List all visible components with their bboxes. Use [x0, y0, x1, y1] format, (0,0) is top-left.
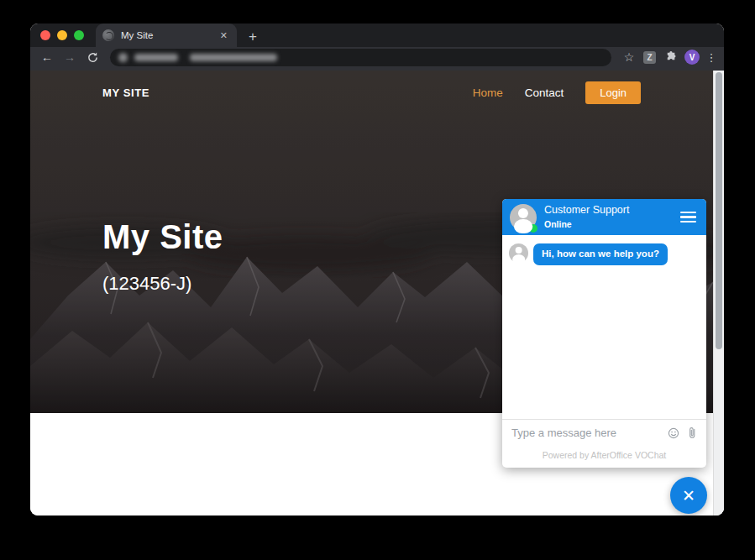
- zoom-window-button[interactable]: [74, 30, 84, 40]
- agent-name: Customer Support: [544, 204, 673, 217]
- tab-strip: My Site ✕ +: [30, 24, 724, 47]
- chat-message-list: Hi, how can we help you?: [502, 235, 706, 419]
- redacted-url-text: [190, 54, 277, 61]
- nav-link-contact[interactable]: Contact: [525, 86, 564, 99]
- tab-favicon-icon: [102, 29, 114, 41]
- window-controls: [30, 24, 94, 47]
- forward-icon[interactable]: →: [61, 51, 78, 63]
- agent-status: Online: [544, 219, 673, 230]
- chat-close-button[interactable]: ✕: [670, 477, 707, 514]
- browser-tab[interactable]: My Site ✕: [96, 24, 237, 47]
- chat-message-row: Hi, how can we help you?: [509, 243, 700, 265]
- chat-header: Customer Support Online: [502, 199, 706, 235]
- chat-powered-by[interactable]: Powered by AfterOffice VOChat: [502, 446, 706, 468]
- site-logo[interactable]: MY SITE: [102, 86, 149, 99]
- online-status-dot: [529, 224, 537, 233]
- browser-toolbar: ← → ☆ Z V ⋮: [30, 47, 724, 71]
- nav-link-home[interactable]: Home: [473, 86, 503, 99]
- profile-avatar[interactable]: V: [684, 50, 700, 65]
- close-window-button[interactable]: [40, 30, 50, 40]
- page-scrollbar[interactable]: [713, 71, 724, 516]
- site-nav: Home Contact Login: [473, 81, 641, 104]
- hero-subtitle: (123456-J): [102, 273, 223, 295]
- site-info-icon[interactable]: [118, 53, 128, 62]
- scrollbar-thumb[interactable]: [716, 72, 722, 349]
- back-icon[interactable]: ←: [39, 51, 55, 63]
- login-button[interactable]: Login: [585, 81, 641, 104]
- agent-avatar: [510, 204, 537, 231]
- web-page: MY SITE Home Contact Login My Site (1234…: [30, 71, 724, 516]
- browser-window: My Site ✕ + ← → ☆ Z V ⋮: [30, 24, 724, 516]
- emoji-icon[interactable]: [668, 427, 679, 439]
- message-avatar: [509, 243, 528, 263]
- bookmark-star-icon[interactable]: ☆: [621, 50, 637, 64]
- attachment-icon[interactable]: [688, 427, 697, 439]
- redacted-security-label: [134, 54, 178, 61]
- browser-menu-icon[interactable]: ⋮: [705, 51, 717, 64]
- chat-menu-icon[interactable]: [680, 212, 696, 223]
- chat-input-row: [502, 419, 706, 446]
- chat-message-input[interactable]: [511, 427, 659, 439]
- reload-icon[interactable]: [84, 51, 101, 64]
- tab-close-icon[interactable]: ✕: [218, 29, 230, 42]
- address-bar[interactable]: [110, 49, 611, 66]
- minimize-window-button[interactable]: [57, 30, 67, 40]
- chat-message-bubble: Hi, how can we help you?: [533, 243, 668, 265]
- tab-title: My Site: [121, 30, 211, 40]
- hero-copy: My Site (123456-J): [102, 218, 223, 295]
- extensions-puzzle-icon[interactable]: [662, 50, 679, 65]
- close-icon: ✕: [682, 488, 695, 504]
- hero-title: My Site: [102, 218, 223, 256]
- site-header: MY SITE Home Contact Login: [30, 71, 713, 104]
- chat-widget: Customer Support Online Hi, how can we h…: [502, 199, 706, 468]
- extension-icon[interactable]: Z: [643, 51, 656, 64]
- new-tab-button[interactable]: +: [249, 29, 257, 44]
